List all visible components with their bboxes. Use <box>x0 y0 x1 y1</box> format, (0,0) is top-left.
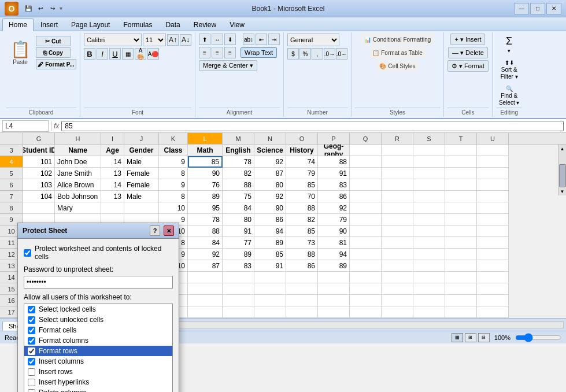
redo-quick-btn[interactable]: ↪ <box>47 3 58 14</box>
cell-O5[interactable]: 79 <box>286 168 318 179</box>
cell-L5[interactable]: 90 <box>188 168 223 179</box>
cell-Q4[interactable] <box>350 156 382 168</box>
cell-R9[interactable] <box>382 214 413 225</box>
row-header-5[interactable]: 5 <box>0 168 23 179</box>
comma-btn[interactable]: , <box>312 48 323 60</box>
col-header-T[interactable]: T <box>445 133 477 144</box>
perm-insert-hyperlinks[interactable]: Insert hyperlinks <box>24 377 172 387</box>
cell-M13[interactable]: 83 <box>223 260 254 272</box>
cell-H4[interactable]: John Doe <box>55 156 101 168</box>
cell-Q10[interactable] <box>350 225 382 237</box>
conditional-formatting-btn[interactable]: 📊Conditional Formatting <box>361 34 434 45</box>
row-header-3[interactable]: 3 <box>0 145 23 156</box>
perm-insert-rows[interactable]: Insert rows <box>24 367 172 377</box>
cell-K7[interactable]: 8 <box>159 191 188 202</box>
cell-P5[interactable]: 91 <box>318 168 350 179</box>
cell-O7[interactable]: 70 <box>286 191 318 202</box>
cell-Q13[interactable] <box>350 260 382 272</box>
col-header-O[interactable]: O <box>286 133 318 144</box>
cell-Q11[interactable] <box>350 237 382 249</box>
cell-Q8[interactable] <box>350 202 382 214</box>
col-header-P[interactable]: P <box>318 133 350 144</box>
cell-R11[interactable] <box>382 237 413 249</box>
cell-S11[interactable] <box>413 237 445 249</box>
save-quick-btn[interactable]: 💾 <box>23 3 34 14</box>
tab-formulas[interactable]: Formulas <box>117 19 158 31</box>
perm-select-locked[interactable]: Select locked cells <box>24 304 172 315</box>
cell-I8[interactable] <box>101 202 124 214</box>
cell-H6[interactable]: Alice Brown <box>55 179 101 191</box>
cell-I3[interactable]: Age <box>101 145 124 156</box>
dialog-close-btn[interactable]: ✕ <box>164 225 174 236</box>
formula-input[interactable] <box>61 121 564 131</box>
cell-R6[interactable] <box>382 179 413 191</box>
cell-S6[interactable] <box>413 179 445 191</box>
cell-L13[interactable]: 87 <box>188 260 223 272</box>
cell-S3[interactable] <box>413 145 445 156</box>
cell-K3[interactable]: Class <box>159 145 188 156</box>
row-header-4[interactable]: 4 <box>0 156 23 168</box>
cell-S4[interactable] <box>413 156 445 168</box>
cell-O10[interactable]: 85 <box>286 225 318 237</box>
cell-N13[interactable]: 91 <box>254 260 286 272</box>
cell-N5[interactable]: 87 <box>254 168 286 179</box>
perm-insert-columns-cb[interactable] <box>28 358 35 365</box>
cell-N11[interactable]: 89 <box>254 237 286 249</box>
cell-R3[interactable] <box>382 145 413 156</box>
cell-H3[interactable]: Name <box>55 145 101 156</box>
col-header-I[interactable]: I <box>101 133 124 144</box>
indent-increase-btn[interactable]: ⇥ <box>268 34 280 45</box>
cell-I7[interactable]: 13 <box>101 191 124 202</box>
cell-L8[interactable]: 95 <box>188 202 223 214</box>
perm-select-unlocked[interactable]: Select unlocked cells <box>24 315 172 325</box>
fill-color-btn[interactable]: A🎨 <box>135 48 146 60</box>
text-orient-btn[interactable]: ab↕ <box>243 34 254 45</box>
cell-N12[interactable]: 85 <box>254 249 286 260</box>
cell-T4[interactable] <box>445 156 477 168</box>
cell-G5[interactable]: 102 <box>23 168 55 179</box>
cell-L10[interactable]: 88 <box>188 225 223 237</box>
perm-delete-columns-cb[interactable] <box>28 389 35 393</box>
cell-Q6[interactable] <box>350 179 382 191</box>
cell-O4[interactable]: 74 <box>286 156 318 168</box>
cell-O3[interactable]: History <box>286 145 318 156</box>
cell-R12[interactable] <box>382 249 413 260</box>
cell-L9[interactable]: 78 <box>188 214 223 225</box>
cell-K8[interactable]: 10 <box>159 202 188 214</box>
cell-T11[interactable] <box>445 237 477 249</box>
cell-T9[interactable] <box>445 214 477 225</box>
cell-N8[interactable]: 90 <box>254 202 286 214</box>
col-header-G[interactable]: G <box>23 133 55 144</box>
cell-R4[interactable] <box>382 156 413 168</box>
cell-L3[interactable]: Math <box>188 145 223 156</box>
row-header-6[interactable]: 6 <box>0 179 23 191</box>
cell-S7[interactable] <box>413 191 445 202</box>
cell-M8[interactable]: 84 <box>223 202 254 214</box>
align-center-btn[interactable]: ≡ <box>212 47 223 58</box>
cell-M7[interactable]: 75 <box>223 191 254 202</box>
align-right-btn[interactable]: ≡ <box>224 47 236 58</box>
wrap-text-btn[interactable]: Wrap Text <box>241 47 277 58</box>
cell-Q7[interactable] <box>350 191 382 202</box>
insert-cells-btn[interactable]: +▾ Insert <box>450 34 485 45</box>
cell-U10[interactable] <box>477 225 509 237</box>
cell-P6[interactable]: 83 <box>318 179 350 191</box>
cell-I4[interactable]: 14 <box>101 156 124 168</box>
col-header-N[interactable]: N <box>254 133 286 144</box>
cell-R8[interactable] <box>382 202 413 214</box>
undo-quick-btn[interactable]: ↩ <box>35 3 46 14</box>
page-break-view-btn[interactable]: ⊟ <box>478 333 490 342</box>
cell-M6[interactable]: 88 <box>223 179 254 191</box>
cell-U8[interactable] <box>477 202 509 214</box>
font-name-select[interactable]: Calibri <box>84 34 142 46</box>
cell-O13[interactable]: 86 <box>286 260 318 272</box>
cell-N10[interactable]: 94 <box>254 225 286 237</box>
cell-G6[interactable]: 103 <box>23 179 55 191</box>
cell-S5[interactable] <box>413 168 445 179</box>
cell-P7[interactable]: 86 <box>318 191 350 202</box>
copy-btn[interactable]: ⎘ Copy <box>36 47 71 58</box>
cell-Q3[interactable] <box>350 145 382 156</box>
cell-styles-btn[interactable]: 🎨Cell Styles <box>376 60 418 72</box>
tab-view[interactable]: View <box>223 19 251 31</box>
cell-N6[interactable]: 80 <box>254 179 286 191</box>
